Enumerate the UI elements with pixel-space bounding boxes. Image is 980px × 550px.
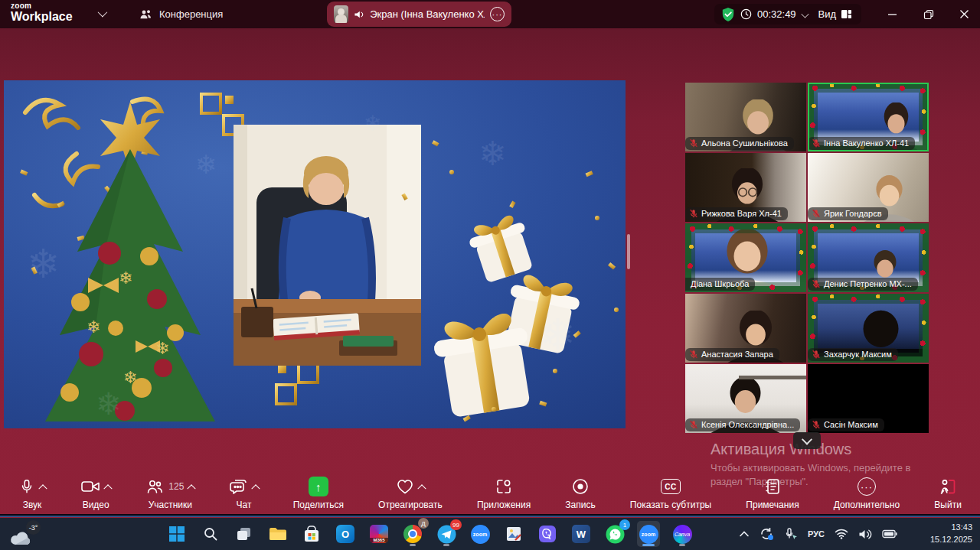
video-button[interactable]: Видео <box>80 476 111 510</box>
window-edge-accent <box>0 516 980 517</box>
heart-icon <box>396 478 414 495</box>
battery-icon[interactable] <box>882 529 897 539</box>
timer-chevron-icon[interactable] <box>801 10 808 18</box>
windows-taskbar: -3° <box>0 518 980 550</box>
minimize-button[interactable] <box>876 0 908 28</box>
viber-button[interactable] <box>536 521 559 547</box>
tab-meeting-home[interactable]: Конференция <box>129 0 234 28</box>
apps-icon <box>495 477 513 496</box>
camera-icon <box>80 478 100 495</box>
leave-meeting-icon <box>938 477 958 496</box>
participants-options-chevron-icon[interactable] <box>188 484 196 493</box>
video-tile[interactable]: Анастасия Запара <box>685 294 806 363</box>
share-screen-button[interactable]: ↑ Поделиться <box>293 476 344 510</box>
photo-editor-button[interactable] <box>502 521 525 547</box>
wifi-icon[interactable] <box>835 529 848 539</box>
react-label: Отреагировать <box>378 500 443 510</box>
audio-button[interactable]: Звук <box>18 476 46 510</box>
apps-button[interactable]: Приложения <box>477 476 531 510</box>
start-button[interactable] <box>165 521 188 547</box>
video-tile[interactable]: Рижкова Варя Хл-41 <box>685 153 806 222</box>
store-icon <box>303 526 320 542</box>
security-shield-icon[interactable] <box>721 7 735 22</box>
svg-text:❄: ❄ <box>87 317 100 337</box>
outlook-button[interactable]: O <box>334 521 357 547</box>
video-tile[interactable]: Ярик Гондарєв <box>808 153 929 222</box>
video-tile[interactable]: Захарчук Максим <box>808 294 929 363</box>
search-button[interactable] <box>199 521 222 547</box>
gallery-scrollbar[interactable] <box>627 234 630 269</box>
record-button[interactable]: Запись <box>565 476 595 510</box>
meeting-info-pill: 00:32:49 Вид <box>714 4 861 24</box>
clock-date: 15.12.2025 <box>930 533 972 545</box>
presenter-photo <box>234 125 421 366</box>
canva-button[interactable]: Canva <box>671 521 694 547</box>
canva-icon: Canva <box>673 525 692 544</box>
name-label: Анастасия Запара <box>685 348 779 361</box>
tray-overflow-chevron-icon[interactable] <box>740 531 749 537</box>
voice-access-icon[interactable] <box>784 527 798 541</box>
react-button[interactable]: Отреагировать <box>378 476 443 510</box>
telegram-button[interactable]: 99 <box>435 521 458 547</box>
taskbar-clock[interactable]: 13:43 15.12.2025 <box>930 521 972 545</box>
zoom-workplace-logo: zoom Workplace <box>11 2 73 23</box>
update-sync-icon[interactable] <box>759 527 774 541</box>
view-button[interactable]: Вид <box>818 8 853 20</box>
weather-widget[interactable]: -3° <box>9 520 49 548</box>
volume-icon[interactable] <box>858 529 872 540</box>
video-tile[interactable]: Інна Вакуленко ХЛ-41 <box>808 83 929 151</box>
temperature-badge: -3° <box>26 520 41 535</box>
zoom-meeting-app-button[interactable]: zoom <box>637 521 660 547</box>
gift-boxes <box>430 212 583 419</box>
microphone-icon <box>18 477 35 496</box>
share-screen-icon: ↑ <box>309 477 328 496</box>
word-button[interactable]: W <box>570 521 593 547</box>
file-explorer-button[interactable] <box>266 521 289 547</box>
chat-button[interactable]: Чат <box>230 476 259 510</box>
system-tray: РУС <box>740 518 897 550</box>
speaker-icon <box>354 9 364 20</box>
more-icon: ··· <box>858 477 876 496</box>
microsoft-store-button[interactable] <box>300 521 323 547</box>
gallery-view-icon <box>841 9 852 19</box>
zoom-app-button[interactable]: zoom <box>469 521 492 547</box>
audio-options-chevron-icon[interactable] <box>38 484 47 493</box>
share-tab-more-icon[interactable]: ··· <box>490 7 505 21</box>
more-button[interactable]: ··· Дополнительно <box>834 476 900 510</box>
video-tile[interactable]: Діана Шкрьоба <box>685 223 806 292</box>
restore-button[interactable] <box>913 0 945 28</box>
participants-button[interactable]: 125 Участники <box>145 476 194 510</box>
notes-label: Примечания <box>746 500 799 510</box>
muted-mic-icon <box>812 138 821 148</box>
video-tile[interactable]: Ксенія Олександрівна... <box>685 364 806 433</box>
chrome-button[interactable]: Д <box>401 521 424 547</box>
whatsapp-button[interactable]: 1 <box>603 521 626 547</box>
muted-mic-icon <box>689 138 698 148</box>
task-view-button[interactable] <box>233 521 256 547</box>
collapse-gallery-button[interactable] <box>793 432 821 449</box>
video-tile[interactable]: Сасін Максим <box>808 364 929 433</box>
task-view-icon <box>236 526 253 542</box>
react-options-chevron-icon[interactable] <box>417 484 426 493</box>
zoom-icon: zoom <box>639 525 658 544</box>
chat-options-chevron-icon[interactable] <box>251 484 260 493</box>
captions-button[interactable]: CC Показать субтитры <box>630 476 711 510</box>
video-tile[interactable]: Альона Сушильнікова <box>685 83 806 151</box>
photo-editor-icon <box>505 526 522 542</box>
notes-button[interactable]: Примечания <box>746 476 799 510</box>
shared-screen-content: ❄ ❄ ❄ ❄ ❄ ❄ <box>4 80 626 428</box>
slide-artwork: ❄❄❄❄ <box>4 80 626 428</box>
clock-time: 13:43 <box>930 521 972 533</box>
leave-button[interactable]: Выйти <box>934 476 962 510</box>
video-options-chevron-icon[interactable] <box>103 484 112 493</box>
close-button[interactable] <box>948 0 980 28</box>
workspace-menu-chevron-icon[interactable] <box>98 10 105 17</box>
language-indicator[interactable]: РУС <box>808 529 825 539</box>
word-icon: W <box>572 525 590 543</box>
video-tile[interactable]: Денис Петренко МХ-... <box>808 223 929 292</box>
muted-mic-icon <box>812 279 821 288</box>
m365-button[interactable]: M365 <box>368 521 390 547</box>
tab-shared-screen[interactable]: Экран (Інна Вакуленко ХЛ-4 ··· <box>327 2 511 27</box>
video-label: Видео <box>83 500 109 510</box>
watermark-title: Активация Windows <box>710 441 956 458</box>
